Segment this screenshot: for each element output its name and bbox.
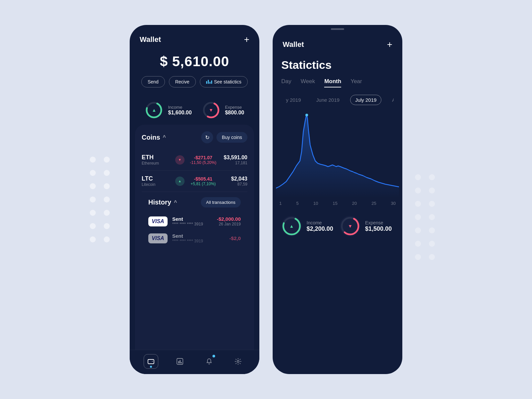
- transaction-row-0: VISA Sent **** **** **** 3919 -$2,000.00…: [148, 213, 241, 230]
- ltc-units: 87,59: [218, 182, 247, 187]
- all-transactions-button[interactable]: All transactions: [201, 197, 241, 207]
- stats-title: Statictics: [281, 59, 394, 71]
- refresh-button[interactable]: ↻: [201, 131, 213, 143]
- tab-year[interactable]: Year: [350, 78, 362, 87]
- ltc-name: Litecoin: [142, 182, 171, 187]
- eth-value: $3,591.00 17,181: [218, 155, 247, 165]
- ltc-change-pct: +5,81 (7,10%): [191, 182, 216, 186]
- tx-amount-1: -$2,0: [229, 235, 241, 241]
- nav-active-dot: [150, 366, 152, 368]
- ltc-value: $2,043 87,59: [218, 176, 247, 187]
- tx-label-0: Sent: [172, 216, 217, 222]
- eth-symbol: ETH: [142, 154, 171, 161]
- coins-caret-icon: ^: [163, 134, 166, 140]
- stats-income-circle: ▲: [281, 216, 302, 236]
- transaction-row-1: VISA Sent **** **** **** 3919 -$2,0: [148, 230, 241, 243]
- eth-units: 17,181: [218, 161, 247, 165]
- right-phone: Wallet + Statictics Day Week Month Year …: [273, 25, 402, 374]
- income-item: ▲ Income $1,600.00: [145, 101, 192, 119]
- month-may-2019[interactable]: y 2019: [281, 95, 306, 105]
- coins-header: Coins ^ ↻ Buy coins: [142, 131, 247, 143]
- stats-chart: [276, 112, 399, 198]
- left-phone: Wallet + $ 5,610.00 Send Recive See stat…: [130, 25, 259, 374]
- income-expense-row: ▲ Income $1,600.00 ▼ Expense: [130, 94, 259, 125]
- nav-chart-button[interactable]: [173, 354, 187, 369]
- left-add-button[interactable]: +: [244, 34, 249, 45]
- eth-change-pct: -11,50 (5,20%): [190, 160, 216, 165]
- expense-arrow-icon: ▼: [209, 107, 213, 113]
- history-title: History ^: [148, 199, 177, 206]
- send-button[interactable]: Send: [141, 76, 165, 87]
- svg-point-10: [305, 114, 308, 116]
- expense-value: $800.00: [225, 110, 244, 116]
- svg-rect-8: [181, 362, 182, 363]
- expense-item: ▼ Expense $800.00: [202, 101, 244, 119]
- nav-settings-button[interactable]: [231, 354, 245, 369]
- right-add-button[interactable]: +: [387, 39, 392, 50]
- dots-right: [415, 174, 436, 260]
- receive-button[interactable]: Recive: [169, 76, 196, 87]
- ltc-symbol: LTC: [142, 175, 171, 182]
- tx-amount-0: -$2,000.00 26 Jan 2019: [217, 216, 241, 226]
- expense-label: Expense: [225, 105, 244, 110]
- stats-expense-value: $1,500.00: [365, 225, 392, 232]
- ltc-change-amount: -$505.41: [194, 176, 212, 182]
- months-scroll: y 2019 June 2019 July 2019 August 2: [281, 95, 394, 105]
- svg-point-9: [237, 360, 239, 362]
- tab-week[interactable]: Week: [301, 78, 315, 87]
- chart-x-labels: 1 5 10 15 20 25 30: [276, 200, 399, 206]
- coin-row-ltc: LTC Litecoin ▲ -$505.41 +5,81 (7,10%) $2…: [142, 171, 247, 192]
- nav-notification-dot: [212, 355, 215, 357]
- tab-month[interactable]: Month: [324, 78, 341, 87]
- history-caret-icon: ^: [174, 200, 177, 205]
- nav-bell-button[interactable]: [202, 354, 216, 369]
- income-value: $1,600.00: [168, 110, 192, 116]
- income-arrow-icon: ▲: [152, 107, 157, 113]
- svg-rect-4: [148, 359, 154, 364]
- stats-expense-circle: ▼: [340, 216, 360, 236]
- chart-bar-icon: [206, 80, 212, 84]
- page-wrapper: Wallet + $ 5,610.00 Send Recive See stat…: [130, 25, 402, 374]
- stats-section: Statictics Day Week Month Year y 2019 Ju…: [273, 55, 402, 112]
- left-phone-header: Wallet +: [130, 25, 259, 50]
- stats-expense-item: ▼ Expense $1,500.00: [340, 216, 392, 236]
- ltc-usd: $2,043: [218, 176, 247, 182]
- stats-income-item: ▲ Income $2,200.00: [281, 216, 333, 236]
- tab-day[interactable]: Day: [281, 78, 291, 87]
- income-circle: ▲: [145, 101, 163, 119]
- eth-name: Ethereum: [142, 161, 171, 166]
- month-june-2019[interactable]: June 2019: [312, 95, 344, 105]
- see-stats-button[interactable]: See statictics: [200, 76, 248, 87]
- nav-wallet-button[interactable]: [144, 354, 158, 369]
- eth-usd: $3,591.00: [218, 155, 247, 161]
- right-wallet-title: Wallet: [283, 40, 304, 49]
- expense-circle: ▼: [202, 101, 220, 119]
- action-buttons: Send Recive See statictics: [136, 76, 253, 87]
- income-label: Income: [168, 105, 192, 110]
- coins-section: Coins ^ ↻ Buy coins ETH Ethereum ▼ -: [135, 125, 254, 374]
- history-header: History ^ All transactions: [148, 197, 241, 207]
- stats-expense-label: Expense: [365, 220, 392, 225]
- stats-bottom: ▲ Income $2,200.00 ▼ Expense $1,5: [273, 209, 402, 243]
- ltc-change: -$505.41 +5,81 (7,10%): [189, 176, 218, 186]
- balance-amount: $ 5,610.00: [136, 54, 253, 69]
- month-july-2019[interactable]: July 2019: [350, 95, 381, 105]
- eth-change-amount: -$271.07: [194, 155, 212, 160]
- visa-logo: VISA: [148, 216, 168, 226]
- bottom-nav: [130, 350, 259, 374]
- stats-income-value: $2,200.00: [307, 225, 333, 232]
- tx-label-1: Sent: [172, 233, 229, 239]
- ltc-badge: ▲: [175, 177, 185, 186]
- svg-rect-7: [180, 360, 181, 363]
- history-section: History ^ All transactions VISA Sent ***…: [142, 192, 247, 247]
- eth-change: -$271.07 -11,50 (5,20%): [189, 155, 218, 165]
- stats-tabs: Day Week Month Year: [281, 78, 394, 87]
- buy-coins-button[interactable]: Buy coins: [216, 132, 247, 143]
- eth-badge: ▼: [175, 155, 185, 165]
- svg-rect-6: [178, 361, 179, 363]
- coins-title: Coins ^: [142, 134, 166, 141]
- month-august-2019[interactable]: August 2: [387, 95, 394, 105]
- tx-card-1: **** **** **** 3919: [172, 239, 229, 243]
- coin-row-eth: ETH Ethereum ▼ -$271.07 -11,50 (5,20%) $…: [142, 149, 247, 171]
- right-phone-header: Wallet +: [273, 30, 402, 55]
